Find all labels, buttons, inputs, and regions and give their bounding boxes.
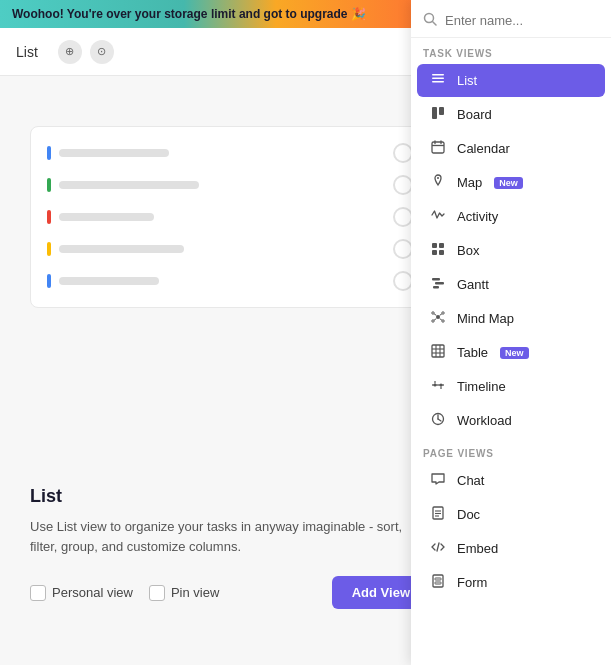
map-icon (429, 174, 447, 191)
svg-point-19 (436, 315, 440, 319)
map-label: Map (457, 175, 482, 190)
view-desc: Use List view to organize your tasks in … (30, 517, 430, 556)
personal-view-checkbox[interactable] (30, 585, 46, 601)
svg-rect-44 (433, 575, 443, 587)
form-label: Form (457, 575, 487, 590)
menu-item-calendar[interactable]: Calendar (417, 132, 605, 165)
task-views-section-label: TASK VIEWS (411, 38, 611, 63)
gantt-icon (429, 276, 447, 293)
svg-point-22 (432, 320, 434, 322)
timeline-icon (429, 378, 447, 395)
pin-view-checkbox-label[interactable]: Pin view (149, 585, 219, 601)
header-list-label: List (16, 44, 38, 60)
svg-rect-28 (432, 345, 444, 357)
board-icon (429, 106, 447, 123)
right-panel: TASK VIEWS ListBoardCalendarMapNewActivi… (411, 0, 611, 665)
map-badge: New (494, 177, 523, 189)
box-label: Box (457, 243, 479, 258)
workload-icon (429, 412, 447, 429)
search-icon (423, 12, 437, 29)
list-row (47, 207, 413, 227)
search-wrap (411, 0, 611, 38)
top-banner: Woohoo! You're over your storage limit a… (0, 0, 460, 28)
header-icon-2[interactable]: ⊙ (90, 40, 114, 64)
menu-item-form[interactable]: Form (417, 566, 605, 599)
menu-item-doc[interactable]: Doc (417, 498, 605, 531)
activity-icon (429, 208, 447, 225)
task-views-list: ListBoardCalendarMapNewActivityBoxGanttM… (411, 64, 611, 437)
svg-line-27 (440, 319, 442, 320)
menu-item-map[interactable]: MapNew (417, 166, 605, 199)
box-icon (429, 242, 447, 259)
doc-icon (429, 506, 447, 523)
svg-rect-14 (432, 250, 437, 255)
personal-view-checkbox-label[interactable]: Personal view (30, 585, 133, 601)
svg-rect-13 (439, 243, 444, 248)
header-icon-1[interactable]: ⊕ (58, 40, 82, 64)
embed-icon (429, 540, 447, 557)
table-badge: New (500, 347, 529, 359)
svg-point-21 (442, 312, 444, 314)
svg-line-26 (434, 319, 436, 320)
page-views-list: ChatDocEmbedForm (411, 464, 611, 599)
calendar-label: Calendar (457, 141, 510, 156)
gantt-label: Gantt (457, 277, 489, 292)
header-area: List ⊕ ⊙ (0, 28, 460, 76)
svg-rect-15 (439, 250, 444, 255)
chat-icon (429, 472, 447, 489)
svg-rect-3 (432, 78, 444, 80)
table-icon (429, 344, 447, 361)
list-row (47, 239, 413, 259)
bottom-controls: Personal view Pin view Add View (0, 576, 460, 609)
main-area: Woohoo! You're over your storage limit a… (0, 0, 460, 665)
page-views-section-label: PAGE VIEWS (411, 438, 611, 463)
list-row (47, 175, 413, 195)
chat-label: Chat (457, 473, 484, 488)
svg-line-24 (434, 314, 436, 315)
banner-text: Woohoo! You're over your storage limit a… (12, 7, 366, 21)
svg-rect-2 (432, 74, 444, 76)
personal-view-label: Personal view (52, 585, 133, 600)
mind-map-icon (429, 310, 447, 327)
svg-rect-45 (435, 578, 441, 580)
list-label: List (457, 73, 477, 88)
pin-view-label: Pin view (171, 585, 219, 600)
svg-rect-5 (432, 107, 437, 119)
menu-item-box[interactable]: Box (417, 234, 605, 267)
svg-rect-18 (433, 286, 439, 289)
svg-rect-46 (435, 582, 441, 584)
search-input[interactable] (445, 13, 599, 28)
menu-item-activity[interactable]: Activity (417, 200, 605, 233)
menu-item-table[interactable]: TableNew (417, 336, 605, 369)
svg-point-11 (437, 177, 439, 179)
menu-item-chat[interactable]: Chat (417, 464, 605, 497)
menu-item-workload[interactable]: Workload (417, 404, 605, 437)
svg-rect-7 (432, 142, 444, 153)
calendar-icon (429, 140, 447, 157)
list-icon (429, 72, 447, 89)
table-label: Table (457, 345, 488, 360)
menu-item-embed[interactable]: Embed (417, 532, 605, 565)
menu-item-mind-map[interactable]: Mind Map (417, 302, 605, 335)
mind-map-label: Mind Map (457, 311, 514, 326)
pin-view-checkbox[interactable] (149, 585, 165, 601)
board-label: Board (457, 107, 492, 122)
svg-line-43 (437, 543, 439, 551)
embed-label: Embed (457, 541, 498, 556)
svg-point-20 (432, 312, 434, 314)
menu-item-gantt[interactable]: Gantt (417, 268, 605, 301)
list-row (47, 143, 413, 163)
svg-rect-4 (432, 81, 444, 83)
menu-item-board[interactable]: Board (417, 98, 605, 131)
svg-line-1 (433, 22, 437, 26)
header-icons: ⊕ ⊙ (58, 40, 114, 64)
menu-item-timeline[interactable]: Timeline (417, 370, 605, 403)
menu-item-list[interactable]: List (417, 64, 605, 97)
svg-rect-6 (439, 107, 444, 115)
list-preview-card (30, 126, 430, 308)
svg-point-35 (440, 384, 443, 387)
timeline-label: Timeline (457, 379, 506, 394)
workload-label: Workload (457, 413, 512, 428)
description-section: List Use List view to organize your task… (0, 486, 460, 556)
svg-rect-17 (435, 282, 444, 285)
